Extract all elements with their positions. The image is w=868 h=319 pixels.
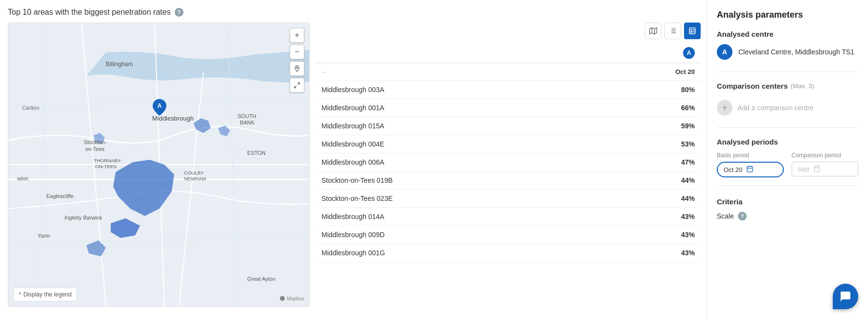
svg-text:SOUTH: SOUTH — [237, 113, 256, 119]
table-row[interactable]: Middlesbrough 006A47% — [316, 153, 701, 172]
svg-marker-38 — [650, 27, 657, 34]
comparison-calendar-icon — [813, 165, 821, 173]
svg-text:on-Tees: on-Tees — [86, 146, 105, 152]
svg-rect-55 — [814, 166, 820, 172]
centre-name: Cleveland Centre, Middlesbrough TS1 — [738, 48, 854, 56]
analysed-periods-section: Analysed periods Basis period Oct 20 Com… — [717, 138, 858, 177]
analysed-centre-item: A Cleveland Centre, Middlesbrough TS1 — [717, 44, 858, 60]
basis-calendar-icon — [746, 165, 754, 174]
svg-line-35 — [295, 86, 297, 88]
add-comparison-button[interactable]: + — [717, 100, 732, 116]
divider-1 — [717, 72, 858, 72]
value-cell: 43% — [595, 208, 701, 226]
area-cell: Middlesbrough 014A — [316, 208, 595, 226]
fullscreen-button[interactable] — [290, 78, 304, 93]
svg-point-37 — [280, 296, 285, 301]
table-row[interactable]: Middlesbrough 001A66% — [316, 99, 701, 117]
svg-rect-47 — [689, 28, 695, 34]
comparison-label: Comparison centers (Max. 3) — [717, 82, 858, 90]
area-cell: Middlesbrough 001A — [316, 99, 595, 117]
analysed-centre-section: Analysed centre A Cleveland Centre, Midd… — [717, 30, 858, 64]
map-legend-toggle[interactable]: ^ Display the legend — [13, 288, 77, 301]
area-cell: Middlesbrough 003A — [316, 81, 595, 99]
svg-text:Middlesbrough: Middlesbrough — [152, 115, 194, 122]
value-cell: 59% — [595, 117, 701, 135]
page-title: Top 10 areas with the biggest penetratio… — [8, 8, 171, 17]
analysed-centre-label: Analysed centre — [717, 30, 858, 38]
svg-text:Stockton-: Stockton- — [84, 139, 107, 145]
chat-bubble-button[interactable] — [833, 284, 858, 309]
comparison-period-input[interactable]: Add — [792, 162, 859, 176]
area-cell: Middlesbrough 009D — [316, 226, 595, 244]
svg-text:ESTON: ESTON — [247, 150, 266, 156]
svg-text:A: A — [158, 102, 162, 109]
table-row[interactable]: Middlesbrough 014A43% — [316, 208, 701, 226]
svg-text:BANK: BANK — [240, 120, 255, 125]
mapbox-logo: Mapbox — [279, 295, 304, 301]
criteria-section: Criteria Scale ? — [717, 197, 858, 221]
zoom-out-button[interactable]: − — [290, 45, 304, 59]
legend-caret: ^ — [19, 291, 22, 298]
zoom-in-button[interactable]: + — [290, 28, 304, 43]
value-cell: 43% — [595, 226, 701, 244]
svg-text:Carlton: Carlton — [22, 105, 39, 111]
scale-label: Scale — [717, 212, 734, 220]
area-cell: Middlesbrough 006A — [316, 153, 595, 172]
legend-label: Display the legend — [23, 291, 72, 298]
svg-text:Yarm: Yarm — [38, 233, 50, 239]
svg-text:Eaglescliffe: Eaglescliffe — [46, 193, 74, 199]
svg-text:COULBY: COULBY — [184, 170, 204, 175]
col-area-header — [316, 43, 595, 63]
svg-rect-51 — [747, 167, 753, 172]
svg-point-33 — [297, 67, 298, 69]
svg-text:ON-TEES: ON-TEES — [95, 164, 117, 169]
basis-period-value: Oct 20 — [724, 166, 742, 173]
value-cell: 44% — [595, 172, 701, 190]
area-cell: Middlesbrough 004E — [316, 135, 595, 153]
comparison-period-label: Comparison period — [792, 152, 859, 159]
map-container: Billingham Carlton Stockton- on-Tees THO… — [8, 23, 310, 307]
comparison-centers-section: Comparison centers (Max. 3) + Add a comp… — [717, 82, 858, 120]
table-row[interactable]: Middlesbrough 004E53% — [316, 135, 701, 153]
svg-text:Great Ayton: Great Ayton — [247, 276, 275, 282]
map-controls: + − — [290, 28, 304, 93]
divider-2 — [717, 127, 858, 128]
comparison-period-col: Comparison period Add — [792, 152, 859, 177]
view-controls — [316, 23, 701, 39]
max-label: (Max. 3) — [791, 82, 814, 90]
basis-period-label: Basis period — [717, 152, 784, 159]
location-button[interactable] — [290, 61, 304, 76]
header-help-icon[interactable]: ? — [175, 8, 183, 17]
map-marker-a: A — [153, 99, 166, 116]
map-view-button[interactable] — [645, 23, 662, 39]
table-row[interactable]: Middlesbrough 003A80% — [316, 81, 701, 99]
panel-title: Analysis parameters — [717, 10, 858, 20]
analysed-periods-label: Analysed periods — [717, 138, 858, 146]
centre-badge-a: A — [717, 44, 732, 60]
value-cell: 80% — [595, 81, 701, 99]
subheader-date: Oct 20 — [595, 63, 701, 81]
value-cell: 47% — [595, 153, 701, 172]
divider-3 — [717, 185, 858, 186]
svg-text:wton: wton — [17, 175, 28, 181]
content-area: Billingham Carlton Stockton- on-Tees THO… — [8, 23, 707, 319]
svg-text:Ingleby Barwick: Ingleby Barwick — [65, 215, 102, 221]
scale-help-icon[interactable]: ? — [738, 212, 747, 221]
table-view-button[interactable] — [684, 23, 701, 39]
basis-period-input[interactable]: Oct 20 — [717, 162, 784, 177]
add-comparison-row[interactable]: + Add a comparison centre — [717, 96, 858, 120]
table-row[interactable]: Stockton-on-Tees 023E44% — [316, 190, 701, 208]
table-row[interactable]: Middlesbrough 009D43% — [316, 226, 701, 244]
basis-period-col: Basis period Oct 20 — [717, 152, 784, 177]
comparison-period-value: Add — [798, 166, 809, 173]
subheader-dash: – — [316, 63, 595, 81]
value-cell: 53% — [595, 135, 701, 153]
table-row[interactable]: Middlesbrough 015A59% — [316, 117, 701, 135]
table-area: A – Oct 20 Middlesbrough 003A80%Middlesb… — [310, 23, 707, 319]
list-view-button[interactable] — [664, 23, 681, 39]
svg-line-34 — [297, 83, 299, 85]
area-cell: Middlesbrough 001G — [316, 244, 595, 262]
table-row[interactable]: Stockton-on-Tees 019B44% — [316, 172, 701, 190]
table-row[interactable]: Middlesbrough 001G43% — [316, 244, 701, 262]
right-panel: Analysis parameters Analysed centre A Cl… — [707, 0, 868, 319]
